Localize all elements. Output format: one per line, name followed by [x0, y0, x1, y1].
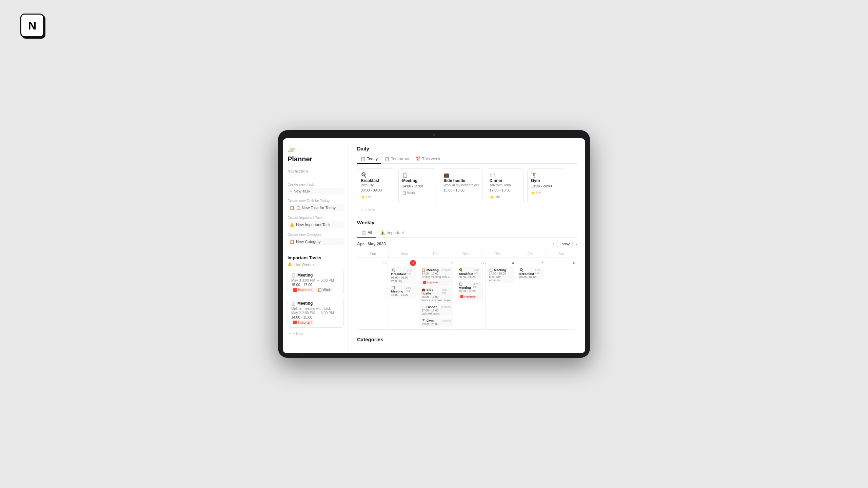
- daily-title: Daily: [357, 146, 577, 151]
- card-sub: Work in my new project: [443, 183, 479, 187]
- daily-card-side-hustle[interactable]: 💼 Side hustle Work in my new project 15:…: [440, 168, 482, 203]
- weekly-tabs: 📋All ⚠️Important: [357, 229, 577, 238]
- calendar-grid: Sun Mon Tue Wed Thu Fri Sat 30: [357, 250, 577, 330]
- sidebar: 🪐 Planner Navigation Create new Task + N…: [283, 138, 349, 353]
- day-header: Tue: [420, 250, 451, 258]
- card-tag-life: 🌟 Life: [531, 191, 541, 195]
- create-task-today-label: Create new Task for Today: [288, 199, 344, 203]
- cal-event[interactable]: 🏋️ Gym 7:00 PM 19:00 - 20:00: [420, 318, 453, 327]
- cal-header: Sun Mon Tue Wed Thu Fri Sat: [357, 250, 577, 258]
- card-time: 14:00 - 15:00: [402, 184, 433, 188]
- day-header: Sat: [546, 250, 577, 258]
- task-sub: Online meeting with Jack: [291, 306, 340, 310]
- task-card[interactable]: 📋 Meeting May 3 3:00 PM → 5:00 PM 15:00 …: [288, 270, 344, 295]
- planner-icon: 🪐: [288, 146, 344, 154]
- task-title: Meeting: [297, 273, 313, 278]
- tab-tomorrow[interactable]: 📋Tomorrow: [381, 155, 412, 164]
- cal-day: 2 📋 Meeting 2:00 PM 14:00 - 15:00 Online…: [418, 258, 455, 329]
- card-name: Gym: [531, 178, 561, 183]
- device-screen: 🪐 Planner Navigation Create new Task + N…: [283, 138, 585, 353]
- card-time: 19:00 - 20:00: [531, 184, 561, 188]
- task-date: May 3 3:00 PM → 5:00 PM: [291, 278, 340, 282]
- card-time: 17:00 - 18:00: [490, 188, 520, 192]
- categories-section: Categories: [357, 337, 577, 342]
- daily-card-dinner[interactable]: 🍽️ Dinner Talk with John 17:00 - 18:00 🌟…: [486, 168, 524, 203]
- tab-important[interactable]: ⚠️Important: [376, 229, 408, 238]
- important-tasks-heading: Important Tasks: [288, 255, 344, 260]
- cal-event[interactable]: 📋 Meeting 2:00 PM 14:00 - 15:00: [390, 285, 416, 298]
- new-task-today-button[interactable]: 📋 📋 New Task for Today: [288, 204, 344, 211]
- categories-title: Categories: [357, 337, 577, 342]
- cal-event[interactable]: 📋 Meeting 3:00 PM 15:00 - 17:00 🟥 Import…: [457, 281, 484, 300]
- cal-event[interactable]: 📋 Meeting 2:00 PM 14:00 - 15:00 Online m…: [420, 267, 453, 286]
- create-task-label: Create new Task: [288, 182, 344, 186]
- new-task-button[interactable]: + New Task: [288, 188, 344, 195]
- weekly-section: Weekly 📋All ⚠️Important Apr - May 2023 ‹: [357, 220, 577, 330]
- card-name: Dinner: [490, 178, 520, 183]
- card-tag-life: 🌟 Life: [490, 195, 500, 199]
- date-range: Apr - May 2023: [357, 242, 386, 246]
- new-important-button[interactable]: ⚠️ New Important Task: [288, 221, 344, 228]
- create-important-label: Create Important Task: [288, 216, 344, 220]
- sidebar-new-btn[interactable]: + + New: [288, 330, 344, 337]
- daily-card-gym[interactable]: 🏋️ Gym 19:00 - 20:00 🌟 Life: [527, 168, 565, 203]
- cal-event[interactable]: 🍳 Breakfast 8:00 AM 08:00 - 09:00: [518, 267, 545, 280]
- cal-event[interactable]: 💼 Side hustle 3:00 PM 15:00 - 16:00 Work…: [420, 287, 453, 303]
- cal-day: 5 🍳 Breakfast 8:00 AM 08:00 - 09:00: [516, 258, 547, 329]
- weekly-header: Apr - May 2023 ‹ Today ›: [357, 241, 577, 247]
- device-camera: [433, 134, 435, 136]
- day-header: Sun: [357, 250, 389, 258]
- cal-event[interactable]: 📋 Meeting 14:00 - 15:00 Meet with Amanda: [487, 267, 514, 283]
- today-btn[interactable]: Today: [557, 241, 573, 247]
- daily-cards-row: 🍳 Breakfast With Lily 08:00 - 09:00 🌟 Li…: [357, 168, 577, 203]
- tab-all[interactable]: 📋All: [357, 229, 376, 238]
- tag-important: 🟥 Important: [291, 320, 314, 325]
- daily-tabs: 📋Today 📋Tomorrow 📅This week: [357, 155, 577, 164]
- tag-important: 🟥 Important: [291, 288, 314, 292]
- task-time: 14:00 - 15:00: [291, 315, 340, 319]
- cal-body: 30 1 🍳 Breakfast 8:00 AM: [357, 258, 577, 329]
- next-btn[interactable]: ›: [575, 241, 577, 247]
- tab-this-week[interactable]: 📅This week: [412, 155, 444, 164]
- nav-heading: Navigation: [288, 169, 344, 173]
- cal-day: 3 🍳 Breakfast 8:00 AM 08:00 - 09:00: [455, 258, 486, 329]
- card-sub: With Lily: [361, 183, 391, 187]
- this-week-badge: ⚠️ This Week ▾: [288, 262, 344, 266]
- day-header: Mon: [389, 250, 420, 258]
- day-header: Wed: [451, 250, 482, 258]
- daily-section: Daily 📋Today 📋Tomorrow 📅This week: [357, 146, 577, 213]
- notion-logo: N: [20, 14, 44, 37]
- main-content: Daily 📋Today 📋Tomorrow 📅This week: [349, 138, 585, 353]
- task-title: Meeting: [297, 301, 313, 306]
- task-time: 15:00 - 17:00: [291, 283, 340, 287]
- cal-day: 6: [546, 258, 577, 329]
- cal-event[interactable]: 🍳 Breakfast 8:00 AM 08:00 - 09:00 With L…: [390, 267, 416, 284]
- task-card[interactable]: 📋 Meeting Online meeting with Jack May 2…: [288, 298, 344, 328]
- daily-new-row[interactable]: ++ New: [357, 207, 577, 213]
- daily-card-meeting[interactable]: 📋 Meeting 14:00 - 15:00 📋 Work: [398, 168, 436, 203]
- tag-work: 📋 Work: [316, 288, 332, 292]
- card-time: 08:00 - 09:00: [361, 188, 391, 192]
- day-header: Fri: [514, 250, 545, 258]
- card-tag-life: 🌟 Life: [361, 195, 371, 199]
- card-time: 15:00 - 16:00: [443, 188, 479, 192]
- create-category-label: Create new Category: [288, 232, 344, 237]
- daily-card-breakfast[interactable]: 🍳 Breakfast With Lily 08:00 - 09:00 🌟 Li…: [357, 168, 395, 203]
- cal-day-today: 1 🍳 Breakfast 8:00 AM 08:00 - 09:00 With…: [388, 258, 418, 329]
- device-frame: 🪐 Planner Navigation Create new Task + N…: [278, 130, 590, 358]
- task-date: May 2 2:00 PM → 3:00 PM: [291, 311, 340, 315]
- card-sub: Talk with John: [490, 183, 520, 187]
- cal-event[interactable]: 🍳 Breakfast 8:00 AM 08:00 - 09:00: [457, 267, 484, 280]
- card-name: Breakfast: [361, 178, 391, 183]
- prev-btn[interactable]: ‹: [552, 241, 554, 247]
- new-category-button[interactable]: 📋 New Category: [288, 238, 344, 245]
- cal-day: 30: [357, 258, 388, 329]
- cal-event[interactable]: 🍽️ Dinner 5:00 PM 17:00 - 18:00 Talk wit…: [420, 304, 453, 317]
- card-name: Side hustle: [443, 178, 479, 183]
- day-header: Thu: [483, 250, 514, 258]
- weekly-title: Weekly: [357, 220, 577, 225]
- tab-today[interactable]: 📋Today: [357, 155, 381, 164]
- card-name: Meeting: [402, 178, 433, 183]
- cal-day: 4 📋 Meeting 14:00 - 15:00 Meet with Aman…: [486, 258, 516, 329]
- planner-title: Planner: [288, 155, 344, 163]
